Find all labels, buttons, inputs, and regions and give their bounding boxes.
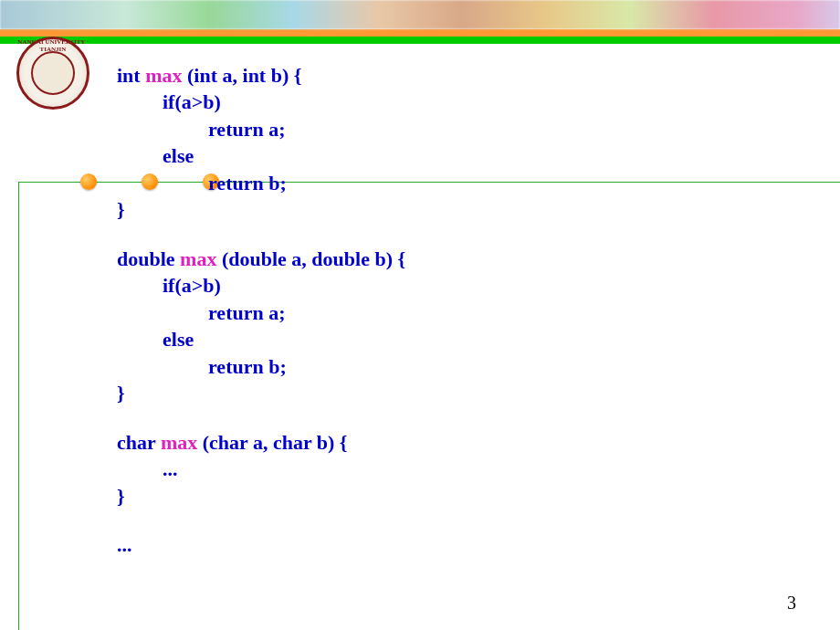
green-divider	[0, 37, 840, 44]
code-content: int max (int a, int b) { if(a>b) return …	[117, 62, 405, 559]
function-name: max	[180, 247, 216, 270]
else-line: else	[117, 142, 405, 169]
orange-divider	[0, 29, 840, 37]
else-line: else	[117, 326, 405, 352]
close-brace: }	[117, 380, 405, 406]
if-line: if(a>b)	[117, 89, 405, 115]
return-b: return b;	[117, 353, 405, 380]
code-block-int-max: int max (int a, int b) { if(a>b) return …	[117, 62, 405, 224]
function-name: max	[145, 64, 182, 87]
signature-prefix: double	[117, 247, 180, 270]
logo-ring-text: NANKAI UNIVERSITY · TIANJIN	[16, 38, 89, 111]
vertical-rule	[18, 182, 19, 630]
return-a: return a;	[117, 299, 405, 326]
trailing-ellipsis: ...	[117, 531, 405, 558]
signature-suffix: (double a, double b) {	[216, 247, 405, 270]
return-a: return a;	[117, 116, 405, 142]
decorative-header-banner	[0, 0, 840, 29]
close-brace: }	[117, 483, 405, 509]
code-block-double-max: double max (double a, double b) { if(a>b…	[117, 246, 405, 407]
return-b: return b;	[117, 170, 405, 196]
decorative-bead-icon	[80, 173, 97, 190]
signature-prefix: int	[117, 64, 145, 87]
ellipsis-line: ...	[117, 456, 405, 482]
if-line: if(a>b)	[117, 272, 405, 299]
close-brace: }	[117, 196, 405, 223]
signature-suffix: (char a, char b) {	[197, 431, 347, 454]
function-name: max	[161, 431, 197, 454]
signature-prefix: char	[117, 431, 161, 454]
university-logo: NANKAI UNIVERSITY · TIANJIN	[16, 37, 89, 110]
signature-suffix: (int a, int b) {	[183, 64, 302, 87]
page-number: 3	[787, 593, 796, 614]
code-block-char-max: char max (char a, char b) { ... }	[117, 429, 405, 509]
